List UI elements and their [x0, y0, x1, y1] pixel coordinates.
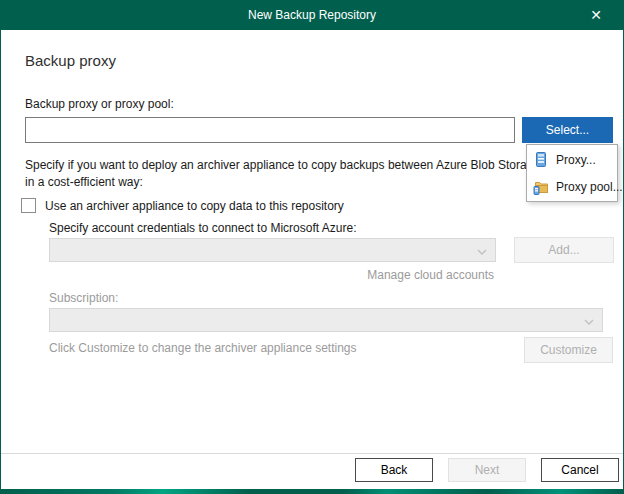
select-dropdown-menu: Proxy... Proxy pool...	[526, 144, 618, 202]
use-archiver-checkbox-label: Use an archiver appliance to copy data t…	[45, 199, 344, 213]
customize-button[interactable]: Customize	[524, 337, 613, 363]
footer-separator	[1, 453, 623, 454]
menu-item-proxy-label: Proxy...	[556, 153, 596, 167]
manage-cloud-accounts-link[interactable]: Manage cloud accounts	[367, 268, 494, 282]
menu-item-proxy[interactable]: Proxy...	[527, 146, 617, 173]
select-button[interactable]: Select...	[522, 117, 613, 143]
window-title: New Backup Repository	[248, 8, 376, 22]
subscription-label: Subscription:	[49, 291, 118, 305]
credentials-combobox[interactable]	[49, 238, 496, 262]
proxy-input[interactable]	[25, 117, 515, 143]
use-archiver-checkbox[interactable]	[21, 198, 36, 213]
chevron-down-icon	[477, 241, 487, 259]
archiver-intro-line1: Specify if you want to deploy an archive…	[25, 157, 613, 174]
credentials-label: Specify account credentials to connect t…	[49, 221, 357, 235]
new-backup-repository-dialog: New Backup Repository ✕ Backup proxy Bac…	[0, 0, 624, 494]
add-account-button[interactable]: Add...	[514, 237, 614, 263]
customize-hint: Click Customize to change the archiver a…	[49, 341, 357, 355]
archiver-intro-line2: in a cost-efficient way:	[25, 174, 613, 191]
next-button[interactable]: Next	[448, 458, 526, 482]
close-icon[interactable]: ✕	[579, 0, 613, 30]
chevron-down-icon	[584, 311, 594, 329]
page-title: Backup proxy	[25, 52, 116, 69]
back-button[interactable]: Back	[355, 458, 433, 482]
proxy-pool-icon	[533, 179, 549, 195]
window-bottom-border	[1, 489, 623, 494]
proxy-field-label: Backup proxy or proxy pool:	[25, 97, 174, 111]
archiver-intro-text: Specify if you want to deploy an archive…	[25, 157, 613, 191]
proxy-server-icon	[533, 152, 549, 168]
menu-item-proxy-pool[interactable]: Proxy pool...	[527, 173, 617, 200]
menu-item-proxy-pool-label: Proxy pool...	[556, 180, 623, 194]
subscription-combobox[interactable]	[49, 308, 603, 332]
titlebar: New Backup Repository ✕	[1, 0, 623, 30]
cancel-button[interactable]: Cancel	[541, 458, 619, 482]
